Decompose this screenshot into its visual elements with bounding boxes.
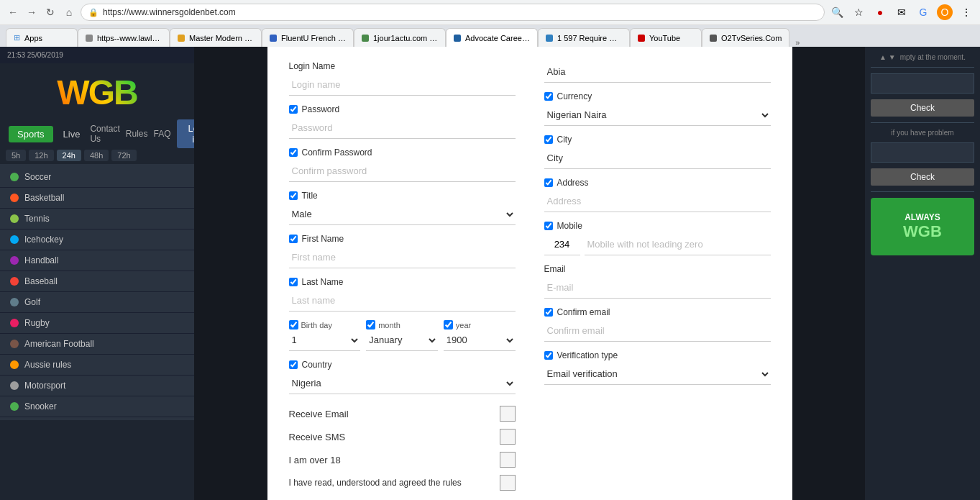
home-button[interactable]: ⌂ [62, 5, 76, 19]
nav-contact[interactable]: Contact Us [90, 124, 119, 144]
first-name-checkbox[interactable] [289, 235, 298, 243]
title-checkbox[interactable] [289, 191, 298, 200]
verification-type-group: Verification type Email verification SMS… [544, 350, 771, 385]
birthday-month-select[interactable]: JanuaryFebruaryMarch [366, 329, 438, 351]
tab-master[interactable]: Master Modern Fre... [170, 28, 262, 47]
country-checkbox[interactable] [289, 360, 298, 369]
tab-apps[interactable]: ⊞ Apps [6, 28, 78, 47]
confirm-password-input[interactable] [289, 160, 516, 182]
login-button[interactable]: Log in [177, 119, 195, 148]
browser-icons: 🔍 ☆ ● ✉ G O ⋮ [829, 4, 974, 20]
confirm-password-checkbox[interactable] [289, 148, 298, 157]
time-12h[interactable]: 12h [29, 150, 53, 161]
wgb-logo-text: WGB [57, 73, 137, 112]
tab-apps-label: Apps [24, 34, 42, 42]
tab-o2tv[interactable]: O2TvSeries.Com [702, 28, 789, 47]
state-input[interactable] [544, 61, 771, 83]
mobile-prefix-input[interactable] [544, 234, 580, 255]
time-48h[interactable]: 48h [84, 150, 109, 161]
rules-checkbox[interactable] [500, 475, 516, 491]
sport-aussie-rules[interactable]: Aussie rules [0, 355, 194, 376]
tab-1597[interactable]: 1 597 Require Syno... [538, 28, 630, 47]
password-input[interactable] [289, 117, 516, 139]
email-input[interactable] [544, 277, 771, 299]
city-input[interactable] [544, 147, 771, 169]
tab-1jour[interactable]: 1jour1actu.com - L'... [354, 28, 446, 47]
site-nav: Sports Live Contact Us Rules FAQ Log in … [0, 121, 194, 147]
nav-sports[interactable]: Sports [9, 126, 53, 142]
time-24h[interactable]: 24h [57, 150, 81, 161]
menu-icon[interactable]: ⋮ [958, 4, 974, 20]
sport-american-football-label: American Football [24, 339, 94, 349]
password-checkbox[interactable] [289, 105, 298, 114]
sport-soccer[interactable]: Soccer [0, 167, 194, 188]
time-72h[interactable]: 72h [111, 150, 136, 161]
birthday-day-select[interactable]: 123 [289, 329, 361, 351]
time-5h[interactable]: 5h [6, 150, 26, 161]
right-code-input-1[interactable] [871, 73, 974, 94]
forward-button[interactable]: → [24, 5, 39, 19]
country-select[interactable]: Nigeria Ghana [289, 373, 516, 394]
bookmark-icon[interactable]: ☆ [851, 4, 866, 20]
sport-rugby[interactable]: Rugby [0, 313, 194, 334]
profile-icon[interactable]: O [937, 4, 953, 20]
birthday-month-checkbox[interactable] [366, 320, 375, 329]
tabs-bar: ⊞ Apps https--www.lawless... Master Mode… [0, 25, 980, 47]
receive-sms-checkbox[interactable] [500, 429, 516, 445]
address-bar[interactable]: 🔒 https://www.winnersgoldenbet.com [81, 4, 825, 21]
sport-icehockey[interactable]: Icehockey [0, 229, 194, 250]
nav-rules[interactable]: Rules [126, 129, 148, 139]
verification-type-checkbox[interactable] [544, 351, 553, 360]
confirm-email-input[interactable] [544, 320, 771, 342]
currency-checkbox[interactable] [544, 92, 553, 101]
wgb-logo: WGB [0, 63, 194, 121]
address-input[interactable] [544, 191, 771, 212]
nav-live[interactable]: Live [55, 126, 89, 142]
last-name-input[interactable] [289, 290, 516, 312]
sport-golf[interactable]: Golf [0, 292, 194, 313]
receive-email-checkbox[interactable] [500, 406, 516, 422]
tab-advocate[interactable]: Advocate Careers |... [446, 28, 538, 47]
mobile-checkbox[interactable] [544, 222, 553, 230]
check-button-1[interactable]: Check [871, 99, 974, 117]
promo-always: ALWAYS [876, 212, 968, 222]
sport-baseball[interactable]: Baseball [0, 271, 194, 292]
verification-type-select[interactable]: Email verification SMS verification [544, 363, 771, 385]
check-button-2[interactable]: Check [871, 168, 974, 186]
sport-snooker[interactable]: Snooker [0, 396, 194, 417]
over-18-checkbox[interactable] [500, 452, 516, 468]
birthday-year-select[interactable]: 190019502000 [444, 329, 516, 351]
city-checkbox[interactable] [544, 135, 553, 144]
birthday-year-checkbox[interactable] [444, 320, 453, 329]
birthday-day-checkbox[interactable] [289, 320, 298, 329]
mail-icon[interactable]: ✉ [894, 4, 910, 20]
sport-soccer-label: Soccer [24, 172, 51, 182]
right-code-input-2[interactable] [871, 142, 974, 163]
tab-youtube[interactable]: YouTube [630, 28, 702, 47]
problem-text: if you have problem [871, 129, 974, 137]
confirm-email-checkbox[interactable] [544, 308, 553, 317]
sport-motorsport[interactable]: Motorsport [0, 376, 194, 396]
login-name-input[interactable] [289, 74, 516, 96]
promo-banner: ALWAYS WGB [871, 198, 974, 255]
sport-american-football[interactable]: American Football [0, 334, 194, 355]
first-name-input[interactable] [289, 247, 516, 268]
more-tabs-button[interactable]: » [789, 38, 805, 47]
currency-select[interactable]: Nigerian Naira USD [544, 104, 771, 126]
last-name-checkbox[interactable] [289, 278, 298, 286]
nav-faq[interactable]: FAQ [153, 129, 170, 139]
sport-tennis[interactable]: Tennis [0, 209, 194, 229]
tab-fluentu[interactable]: FluentU French Lear... [262, 28, 354, 47]
address-checkbox[interactable] [544, 178, 553, 187]
sport-handball[interactable]: Handball [0, 250, 194, 271]
refresh-button[interactable]: ↻ [43, 5, 58, 19]
promo-wgb: WGB [876, 222, 968, 241]
pinterest-icon[interactable]: ● [872, 4, 888, 20]
google-icon[interactable]: G [915, 4, 931, 20]
sport-basketball[interactable]: Basketball [0, 188, 194, 209]
search-icon[interactable]: 🔍 [829, 4, 845, 20]
mobile-number-input[interactable] [585, 234, 771, 255]
tab-lawless[interactable]: https--www.lawless... [78, 28, 170, 47]
title-select[interactable]: Male Female [289, 204, 516, 225]
back-button[interactable]: ← [6, 5, 20, 19]
